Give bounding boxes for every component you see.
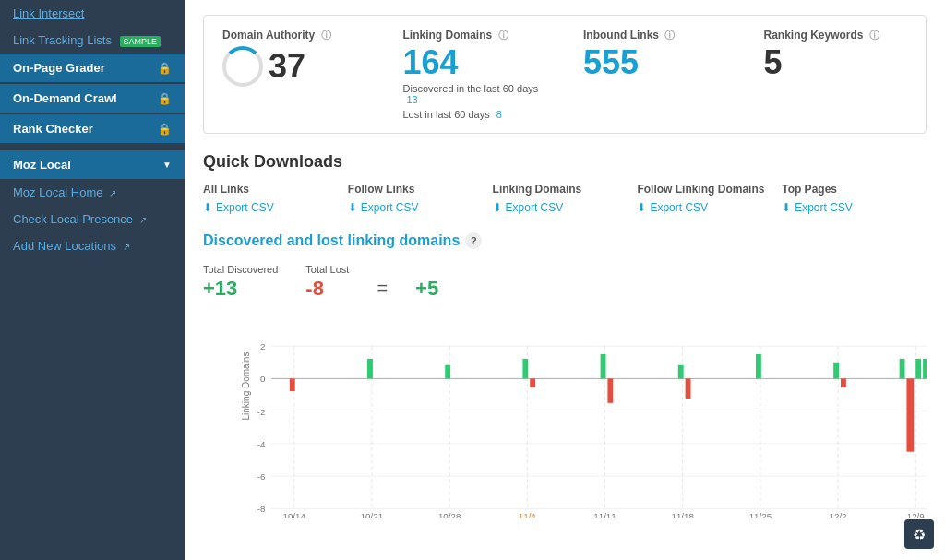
- metric-ranking-keywords: Ranking Keywords ⓘ 5: [764, 29, 908, 79]
- bar-red-large: [906, 378, 914, 451]
- sidebar-section-on-demand-crawl[interactable]: On-Demand Crawl 🔒: [0, 84, 185, 113]
- sidebar-item-check-local-presence[interactable]: Check Local Presence ↗: [0, 206, 185, 232]
- bar-green: [923, 359, 927, 379]
- equals-sign: =: [377, 278, 388, 301]
- total-lost-value: -8: [305, 277, 349, 301]
- external-link-icon: ↗: [109, 188, 116, 198]
- svg-text:10/28: 10/28: [438, 511, 461, 518]
- download-icon-3: ⬇: [493, 201, 502, 214]
- da-circle: [222, 46, 263, 87]
- svg-text:12/9: 12/9: [907, 511, 925, 518]
- svg-text:2: 2: [260, 341, 265, 351]
- sidebar-item-moz-local-home[interactable]: Moz Local Home ↗: [0, 179, 185, 206]
- external-link-icon-2: ↗: [139, 215, 147, 225]
- bar-green: [367, 359, 373, 379]
- il-value: 555: [583, 46, 727, 79]
- export-linking-domains[interactable]: ⬇ Export CSV: [493, 201, 638, 214]
- bar-green: [900, 359, 905, 379]
- il-info-icon: ⓘ: [664, 30, 675, 41]
- export-follow-links[interactable]: ⬇ Export CSV: [348, 201, 493, 214]
- metric-inbound-links: Inbound Links ⓘ 555: [583, 29, 727, 79]
- sidebar: Link Intersect Link Tracking Lists SAMPL…: [0, 0, 185, 560]
- stat-total-lost: Total Lost -8: [305, 264, 349, 301]
- sidebar-section-on-page-grader[interactable]: On-Page Grader 🔒: [0, 54, 185, 82]
- quick-downloads-section: Quick Downloads All Links ⬇ Export CSV F…: [203, 152, 927, 214]
- bar-green: [445, 365, 450, 379]
- quick-downloads-grid: All Links ⬇ Export CSV Follow Links ⬇ Ex…: [203, 183, 927, 214]
- moz-local-arrow-icon: ▼: [162, 160, 172, 170]
- bar-red: [686, 378, 691, 399]
- total-discovered-value: +13: [203, 277, 278, 301]
- download-col-all-links: All Links ⬇ Export CSV: [203, 183, 348, 214]
- chart-stats: Total Discovered +13 Total Lost -8 = +5: [203, 264, 927, 301]
- rk-info-icon: ⓘ: [869, 30, 879, 41]
- svg-text:-2: -2: [257, 407, 266, 417]
- sidebar-item-link-tracking-lists[interactable]: Link Tracking Lists SAMPLE: [0, 27, 185, 54]
- bar-red: [607, 378, 613, 402]
- download-col-follow-linking-domains: Follow Linking Domains ⬇ Export CSV: [637, 183, 782, 214]
- chart-wrapper: Linking Domains 2 0 -2 -4 -6 -8: [240, 310, 927, 520]
- svg-text:10/21: 10/21: [361, 511, 383, 518]
- sidebar-section-rank-checker[interactable]: Rank Checker 🔒: [0, 114, 185, 143]
- quick-downloads-title: Quick Downloads: [203, 152, 927, 172]
- lock-icon-2: 🔒: [158, 92, 172, 105]
- stat-net: +5: [415, 277, 438, 301]
- sidebar-item-link-intersect[interactable]: Link Intersect: [0, 0, 185, 27]
- bar-red: [530, 378, 535, 387]
- export-follow-linking-domains[interactable]: ⬇ Export CSV: [637, 201, 782, 214]
- bar-green: [601, 354, 606, 378]
- chart-svg: 2 0 -2 -4 -6 -8 10/14 10/: [240, 310, 927, 518]
- bar-green: [756, 354, 761, 378]
- download-col-follow-links: Follow Links ⬇ Export CSV: [348, 183, 493, 214]
- download-icon-4: ⬇: [637, 201, 646, 214]
- sidebar-item-add-new-locations[interactable]: Add New Locations ↗: [0, 232, 185, 259]
- ld-info-icon: ⓘ: [498, 30, 508, 41]
- download-icon-5: ⬇: [782, 201, 791, 214]
- chart-title: Discovered and lost linking domains ?: [203, 232, 927, 249]
- ld-value: 164: [403, 46, 547, 79]
- external-link-icon-3: ↗: [123, 242, 130, 252]
- svg-text:11/11: 11/11: [593, 511, 616, 518]
- main-content: Domain Authority ⓘ 37 Linking Domains ⓘ …: [185, 0, 945, 560]
- svg-text:10/14: 10/14: [283, 511, 306, 518]
- svg-text:-6: -6: [257, 471, 266, 482]
- metric-linking-domains: Linking Domains ⓘ 164 Discovered in the …: [403, 29, 547, 120]
- svg-text:11/18: 11/18: [671, 511, 693, 518]
- svg-text:-8: -8: [257, 504, 266, 514]
- bottom-right-icon[interactable]: ♻: [904, 519, 934, 549]
- download-icon: ⬇: [203, 201, 212, 214]
- lock-icon-3: 🔒: [158, 123, 172, 136]
- stat-total-discovered: Total Discovered +13: [203, 264, 278, 301]
- svg-text:12/2: 12/2: [830, 511, 847, 518]
- da-info-icon: ⓘ: [321, 30, 331, 41]
- moz-local-header[interactable]: Moz Local ▼: [0, 150, 185, 179]
- bar-green: [833, 363, 839, 379]
- download-col-linking-domains: Linking Domains ⬇ Export CSV: [493, 183, 638, 214]
- svg-text:0: 0: [260, 374, 266, 384]
- svg-text:11/25: 11/25: [749, 511, 772, 518]
- export-top-pages[interactable]: ⬇ Export CSV: [782, 201, 927, 214]
- bar-green: [915, 359, 921, 379]
- y-axis-label: Linking Domains: [241, 352, 251, 421]
- svg-text:-4: -4: [257, 439, 266, 449]
- bar-green: [522, 359, 528, 379]
- export-all-links[interactable]: ⬇ Export CSV: [203, 201, 348, 214]
- chart-info-icon: ?: [465, 232, 482, 249]
- download-col-top-pages: Top Pages ⬇ Export CSV: [782, 183, 927, 214]
- bar-green: [678, 365, 684, 379]
- da-value: 37: [269, 50, 305, 83]
- rk-value: 5: [764, 46, 908, 79]
- metrics-bar: Domain Authority ⓘ 37 Linking Domains ⓘ …: [203, 15, 927, 134]
- lock-icon: 🔒: [158, 62, 172, 75]
- metric-domain-authority: Domain Authority ⓘ 37: [222, 29, 366, 87]
- net-value: +5: [415, 277, 438, 301]
- bar-red: [290, 378, 295, 391]
- svg-text:11/4: 11/4: [519, 511, 537, 518]
- sample-badge: SAMPLE: [120, 36, 161, 47]
- bar-red: [841, 378, 846, 387]
- download-icon-2: ⬇: [348, 201, 357, 214]
- chart-section: Discovered and lost linking domains ? To…: [203, 232, 927, 520]
